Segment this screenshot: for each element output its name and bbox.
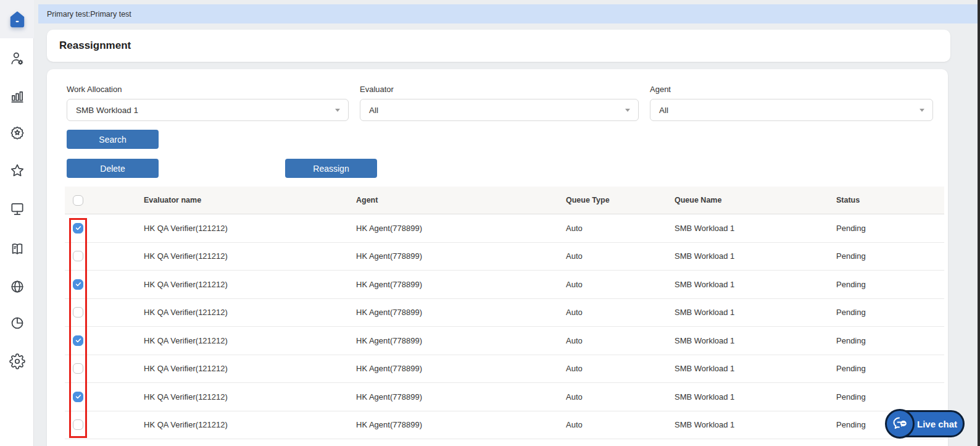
cell-evaluator: HK QA Verifier(121212): [144, 308, 356, 317]
cell-status: Pending: [836, 392, 944, 402]
cell-evaluator: HK QA Verifier(121212): [144, 224, 356, 233]
cell-agent: HK Agent(778899): [356, 364, 566, 373]
row-checkbox[interactable]: [73, 251, 83, 261]
cell-agent: HK Agent(778899): [356, 224, 566, 233]
sidebar: [0, 0, 34, 446]
cell-queue-type: Auto: [566, 251, 675, 261]
live-chat-label: Live chat: [917, 419, 957, 429]
cell-agent: HK Agent(778899): [356, 392, 566, 402]
table-row: HK QA Verifier(121212) HK Agent(778899) …: [65, 383, 944, 411]
cell-agent: HK Agent(778899): [356, 420, 566, 429]
search-button[interactable]: Search: [67, 130, 159, 149]
col-evaluator-name: Evaluator name: [144, 196, 356, 204]
sidebar-item-settings[interactable]: [9, 353, 25, 369]
monitor-icon: [9, 208, 25, 219]
cell-status: Pending: [836, 308, 944, 317]
col-status: Status: [836, 196, 944, 204]
table-row: HK QA Verifier(121212) HK Agent(778899) …: [65, 214, 944, 243]
work-allocation-value: SMB Workload 1: [67, 106, 138, 115]
col-queue-name: Queue Name: [675, 196, 836, 204]
evaluator-value: All: [360, 106, 378, 115]
bar-chart-icon: [9, 96, 25, 106]
cell-evaluator: HK QA Verifier(121212): [144, 420, 356, 429]
top-bar-title: Primary test:Primary test: [38, 10, 131, 19]
agent-select[interactable]: All: [650, 99, 933, 121]
home-icon: [7, 22, 28, 33]
reassignment-table: Evaluator name Agent Queue Type Queue Na…: [65, 187, 944, 439]
col-queue-type: Queue Type: [566, 196, 675, 204]
work-allocation-select[interactable]: SMB Workload 1: [67, 99, 349, 121]
evaluator-label: Evaluator: [360, 85, 394, 94]
cell-queue-type: Auto: [566, 308, 675, 317]
cell-queue-name: SMB Workload 1: [675, 251, 836, 261]
row-checkbox[interactable]: [73, 307, 83, 318]
cell-status: Pending: [836, 364, 944, 373]
cell-evaluator: HK QA Verifier(121212): [144, 251, 356, 261]
cell-queue-name: SMB Workload 1: [675, 224, 836, 233]
sidebar-item-reports[interactable]: [9, 88, 25, 104]
cell-queue-name: SMB Workload 1: [675, 308, 836, 317]
agent-value: All: [650, 106, 668, 115]
cell-evaluator: HK QA Verifier(121212): [144, 336, 356, 345]
cell-queue-name: SMB Workload 1: [675, 364, 836, 373]
row-checkbox[interactable]: [73, 335, 83, 346]
badge-star-icon: [9, 132, 25, 143]
page-title: Reassignment: [47, 40, 131, 52]
table-header: Evaluator name Agent Queue Type Queue Na…: [65, 187, 944, 214]
cell-evaluator: HK QA Verifier(121212): [144, 280, 356, 289]
window-scrollbar[interactable]: [978, 0, 980, 446]
top-bar: Primary test:Primary test: [38, 4, 978, 23]
content-area: Primary test:Primary test Reassignment W…: [35, 0, 978, 446]
row-checkbox[interactable]: [73, 392, 83, 402]
sidebar-item-global[interactable]: [9, 279, 25, 295]
cell-agent: HK Agent(778899): [356, 308, 566, 317]
pie-chart-icon: [9, 322, 25, 333]
select-all-checkbox[interactable]: [73, 195, 83, 206]
table-row: HK QA Verifier(121212) HK Agent(778899) …: [65, 243, 944, 271]
chevron-down-icon: [335, 109, 340, 112]
row-checkbox[interactable]: [73, 419, 83, 430]
cell-agent: HK Agent(778899): [356, 251, 566, 261]
row-checkbox[interactable]: [73, 279, 83, 290]
row-checkbox[interactable]: [73, 223, 83, 234]
cell-queue-name: SMB Workload 1: [675, 392, 836, 402]
cell-queue-type: Auto: [566, 280, 675, 289]
sidebar-item-monitoring[interactable]: [9, 201, 25, 217]
main-panel: Work Allocation SMB Workload 1 Evaluator…: [47, 69, 948, 446]
sidebar-item-users[interactable]: [9, 51, 25, 67]
table-body: HK QA Verifier(121212) HK Agent(778899) …: [65, 214, 944, 439]
sidebar-item-home[interactable]: [7, 9, 28, 31]
sidebar-item-favorites[interactable]: [9, 162, 25, 179]
sidebar-item-analytics[interactable]: [9, 315, 25, 331]
cell-queue-type: Auto: [566, 420, 675, 429]
cell-queue-name: SMB Workload 1: [675, 280, 836, 289]
row-checkbox[interactable]: [73, 363, 83, 374]
table-row: HK QA Verifier(121212) HK Agent(778899) …: [65, 327, 944, 355]
table-row: HK QA Verifier(121212) HK Agent(778899) …: [65, 355, 944, 384]
cell-agent: HK Agent(778899): [356, 280, 566, 289]
gear-icon: [9, 361, 25, 371]
reassign-button[interactable]: Reassign: [285, 159, 377, 178]
cell-evaluator: HK QA Verifier(121212): [144, 392, 356, 402]
table-row: HK QA Verifier(121212) HK Agent(778899) …: [65, 271, 944, 299]
cell-queue-name: SMB Workload 1: [675, 420, 836, 429]
delete-button[interactable]: Delete: [67, 159, 159, 178]
chat-bubble-icon: [885, 409, 915, 439]
evaluator-select[interactable]: All: [360, 99, 639, 121]
work-allocation-label: Work Allocation: [67, 85, 122, 94]
table-row: HK QA Verifier(121212) HK Agent(778899) …: [65, 299, 944, 327]
cell-evaluator: HK QA Verifier(121212): [144, 364, 356, 373]
sidebar-item-library[interactable]: [9, 241, 25, 257]
star-icon: [9, 170, 25, 180]
user-gear-icon: [9, 58, 25, 69]
live-chat-button[interactable]: Live chat: [887, 410, 965, 437]
cell-queue-type: Auto: [566, 364, 675, 373]
globe-icon: [9, 286, 25, 297]
book-icon: [9, 248, 25, 259]
table-row: HK QA Verifier(121212) HK Agent(778899) …: [65, 411, 944, 440]
chevron-down-icon: [625, 109, 630, 112]
agent-label: Agent: [650, 85, 671, 94]
cell-status: Pending: [836, 224, 944, 233]
sidebar-item-quality[interactable]: [9, 125, 25, 141]
cell-status: Pending: [836, 336, 944, 345]
